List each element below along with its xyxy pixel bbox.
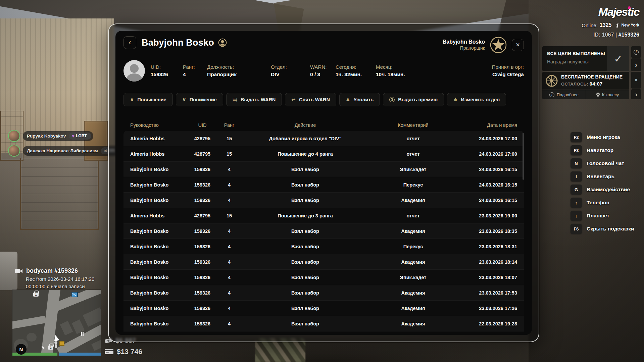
profile-field-value: 159326 xyxy=(151,72,183,77)
table-row: Babyjohn Bosko 159326 4 Взял набор Акаде… xyxy=(123,254,524,270)
col-comment: Комментарий xyxy=(369,122,457,128)
nametag: Pupyak Kobyakov ♥ LGBT xyxy=(8,130,123,142)
clan-badge: ♥ LGBT xyxy=(69,133,91,140)
viewer-name: Babyjohn Bosko xyxy=(443,39,485,45)
action-label: Выдать премию xyxy=(398,97,438,102)
chevron-right-icon: › xyxy=(635,61,637,69)
spin-expand-button[interactable]: › xyxy=(631,89,641,99)
action-icon: ⋔ xyxy=(453,97,458,103)
cell-date: 24.03.2026 16:15 xyxy=(457,198,517,203)
map-building xyxy=(60,321,73,335)
keybind-label: Скрыть подсказки xyxy=(587,226,634,232)
back-button[interactable]: ‹ xyxy=(123,36,136,49)
cell-date: 23.03.2026 17:53 xyxy=(457,290,517,296)
garage-blip-icon xyxy=(71,292,78,297)
nametag-pill: Pupyak Kobyakov ♥ LGBT xyxy=(23,131,93,141)
nametag: Данечка Национал-Либерализм ☠ RR ǂ xyxy=(8,145,123,157)
goals-title: ВСЕ ЦЕЛИ ВЫПОЛНЕНЫ xyxy=(547,51,607,56)
bodycam-title: bodycam #159326 xyxy=(26,267,78,274)
keybind-hints: F2 Меню игрока F3 Навигатор N Голосовой … xyxy=(571,132,634,237)
lock-blip-icon: 1 xyxy=(33,293,39,297)
action-button[interactable]: ∧ Повышение xyxy=(123,93,173,106)
cell-leader: Babyjohn Bosko xyxy=(130,167,187,172)
table-row: Babyjohn Bosko 159326 4 Взял набор Эпик.… xyxy=(123,162,524,177)
cell-comment: Академия xyxy=(369,228,457,234)
cell-uid: 159326 xyxy=(187,259,217,265)
food-blip-icon xyxy=(81,332,82,336)
online-label: Online: xyxy=(582,22,598,28)
profile-field: Должность: Прапорщик xyxy=(207,64,271,77)
goals-claim-button[interactable]: ✓ xyxy=(607,46,629,71)
cell-uid: 159326 xyxy=(187,306,217,311)
keybind-row: ↓ Планшет xyxy=(571,211,634,221)
keybind-label: Голосовой чат xyxy=(587,160,624,166)
logo-dot-icon xyxy=(628,6,631,9)
action-button[interactable]: ▤ Выдать WARN xyxy=(226,93,282,106)
cell-rank: 4 xyxy=(217,228,241,234)
action-button[interactable]: ↩ Снять WARN xyxy=(285,93,336,106)
cell-leader: Almeria Hobbs xyxy=(130,151,187,157)
cell-date: 24.03.2026 17:00 xyxy=(457,136,517,141)
cell-rank: 15 xyxy=(217,213,241,218)
table-header: Руководство UID Ранг Действие Комментари… xyxy=(123,119,524,131)
viewer-rank: Прапорщик xyxy=(443,45,485,51)
goals-expand-button[interactable]: › xyxy=(631,58,641,71)
cell-leader: Babyjohn Bosko xyxy=(130,228,187,234)
action-button[interactable]: ∨ Понижение xyxy=(176,93,223,106)
armor-bar xyxy=(59,353,101,356)
panel-header: ‹ Babyjohn Bosko Babyjohn Bosko Прапорщи… xyxy=(123,36,524,49)
player-avatar xyxy=(8,145,20,157)
player-name: Pupyak Kobyakov xyxy=(27,134,66,139)
bodycam-elapsed: 00:00:00 с начала записи xyxy=(26,283,94,289)
close-icon: × xyxy=(635,77,638,84)
statue-of-liberty-icon xyxy=(615,23,619,28)
profile-field: UID: 159326 xyxy=(151,64,183,77)
cell-uid: 159326 xyxy=(187,228,217,234)
profile-field: Отдел: DIV xyxy=(271,64,310,77)
action-button[interactable]: ♟ Уволить xyxy=(339,93,380,106)
profile-field-label: WARN: xyxy=(310,64,336,69)
action-icon: ∧ xyxy=(130,97,134,103)
action-icon: ↩ xyxy=(291,97,296,103)
member-avatar xyxy=(123,60,145,82)
viewer-badge: Babyjohn Bosko Прапорщик xyxy=(443,39,485,51)
cell-leader: Babyjohn Bosko xyxy=(130,306,187,311)
action-button[interactable]: $ Выдать премию xyxy=(383,93,444,106)
player-arrow-icon xyxy=(53,334,59,341)
action-button[interactable]: ⋔ Изменить отдел xyxy=(447,93,506,106)
key-cap: F3 xyxy=(571,145,582,155)
cell-action: Повышение до 4 ранга xyxy=(241,151,369,157)
goals-info-button[interactable]: i xyxy=(631,46,641,58)
profile-field: Месяц: 10ч. 18мин. xyxy=(376,64,419,77)
map-building xyxy=(91,338,101,351)
table-row: Almeria Hobbs 428795 15 Повышение до 3 р… xyxy=(123,208,524,223)
map-building xyxy=(83,307,101,327)
bodycam-overlay: bodycam #159326 Rec from 2026-03-24 16:1… xyxy=(15,267,94,289)
cell-date: 24.03.2026 17:00 xyxy=(457,151,517,157)
keybind-row: F2 Меню игрока xyxy=(571,132,634,142)
cell-leader: Babyjohn Bosko xyxy=(130,198,187,203)
keybind-row: ↑ Телефон xyxy=(571,198,634,208)
action-label: Выдать WARN xyxy=(241,97,276,102)
close-button[interactable]: × xyxy=(512,39,524,51)
lock-blip-icon: 2 xyxy=(48,346,53,350)
action-label: Повышение xyxy=(137,97,166,102)
history-table: Руководство UID Ранг Действие Комментари… xyxy=(123,119,524,331)
table-scrollbar[interactable] xyxy=(523,133,524,180)
cell-leader: Babyjohn Bosko xyxy=(130,275,187,280)
spin-close-button[interactable]: × xyxy=(631,72,641,89)
cell-date: 22.03.2026 19:28 xyxy=(457,321,517,326)
spin-goto-wheel-button[interactable]: К колесу xyxy=(586,90,629,99)
keybind-label: Навигатор xyxy=(587,147,613,153)
table-row: Babyjohn Bosko 159326 4 Взял набор Акаде… xyxy=(123,285,524,301)
free-spin-timer: ОСТАЛОСЬ:04:07 xyxy=(561,82,623,87)
profile-field-value: 1ч. 32мин. xyxy=(336,72,376,77)
profile-field: Сегодня: 1ч. 32мин. xyxy=(336,64,376,77)
key-cap: ↓ xyxy=(571,211,582,221)
profile-field-label: Отдел: xyxy=(271,64,310,69)
col-uid: UID xyxy=(187,122,217,128)
spin-details-button[interactable]: i Подробнее xyxy=(542,90,586,99)
profile-summary: UID: 159326 Ранг: 4 Должность: Прапорщик… xyxy=(123,60,524,82)
keybind-row: F6 Скрыть подсказки xyxy=(571,224,634,234)
member-profile-window: ‹ Babyjohn Bosko Babyjohn Bosko Прапорщи… xyxy=(108,23,539,342)
